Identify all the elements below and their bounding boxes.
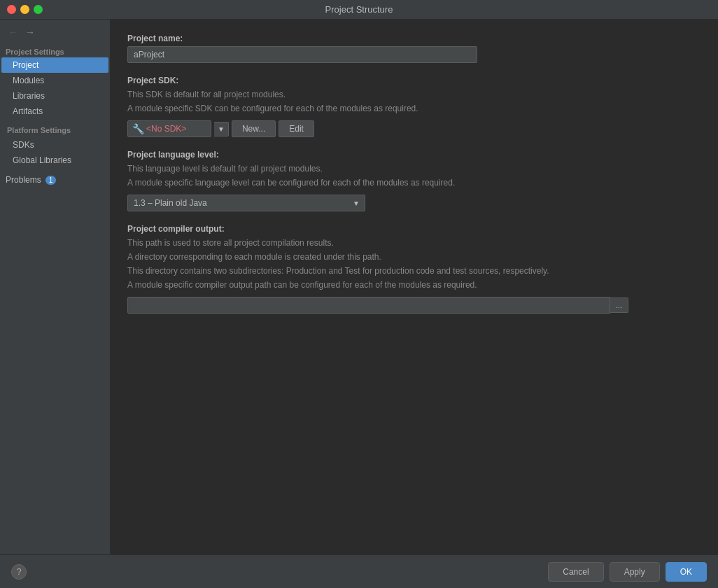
close-button[interactable]	[7, 5, 16, 14]
sdk-dropdown[interactable]: 🔧 <No SDK>	[127, 120, 211, 137]
forward-button[interactable]: →	[22, 25, 38, 39]
help-button[interactable]: ?	[11, 564, 27, 580]
sdk-dropdown-arrow[interactable]: ▼	[214, 122, 229, 136]
lang-description-2: A module specific language level can be …	[127, 176, 701, 189]
sidebar: ← → Project Settings Project Modules Lib…	[0, 20, 111, 554]
lang-select-wrapper: 1.3 – Plain old Java 1.4 – 'assert' keyw…	[127, 195, 365, 211]
footer: ? Cancel Apply OK	[0, 554, 718, 588]
back-button[interactable]: ←	[6, 25, 21, 39]
compiler-description-1: This path is used to store all project c…	[127, 237, 701, 249]
sdk-new-button[interactable]: New...	[232, 120, 276, 137]
compiler-description-4: A module specific compiler output path c…	[127, 279, 701, 291]
title-bar: Project Structure	[0, 0, 718, 20]
problems-label: Problems	[6, 175, 41, 185]
project-sdk-label: Project SDK:	[127, 76, 701, 85]
sdk-icon: 🔧	[132, 123, 143, 134]
project-lang-label: Project language level:	[127, 150, 701, 160]
platform-settings-label: Platform Settings	[1, 123, 108, 137]
apply-button[interactable]: Apply	[610, 562, 660, 582]
compiler-output-label: Project compiler output:	[127, 224, 701, 234]
sdk-edit-button[interactable]: Edit	[279, 120, 314, 137]
lang-select[interactable]: 1.3 – Plain old Java 1.4 – 'assert' keyw…	[127, 195, 365, 211]
sidebar-item-sdks[interactable]: SDKs	[1, 137, 108, 153]
footer-right: Cancel Apply OK	[548, 562, 707, 582]
compiler-description-3: This directory contains two subdirectori…	[127, 265, 701, 277]
content-area: Project name: Project SDK: This SDK is d…	[111, 20, 718, 554]
sidebar-item-modules[interactable]: Modules	[1, 73, 108, 88]
sdk-selector-row: 🔧 <No SDK> ▼ New... Edit	[127, 120, 701, 137]
footer-left: ?	[11, 564, 27, 580]
project-name-label: Project name:	[127, 34, 701, 43]
sidebar-item-libraries[interactable]: Libraries	[1, 88, 108, 104]
sidebar-item-project[interactable]: Project	[1, 57, 108, 73]
lang-description-1: This language level is default for all p…	[127, 162, 701, 175]
compiler-browse-button[interactable]: ...	[610, 298, 628, 313]
window-controls[interactable]	[7, 5, 43, 14]
nav-arrows: ← →	[0, 22, 110, 45]
project-settings-label: Project Settings	[0, 45, 110, 57]
cancel-button[interactable]: Cancel	[548, 562, 603, 582]
ok-button[interactable]: OK	[666, 562, 707, 582]
minimize-button[interactable]	[20, 5, 29, 14]
sidebar-item-artifacts[interactable]: Artifacts	[1, 104, 108, 119]
problems-badge: 1	[45, 176, 57, 185]
compiler-output-input[interactable]	[127, 297, 610, 314]
sidebar-item-global-libraries[interactable]: Global Libraries	[1, 153, 108, 168]
maximize-button[interactable]	[34, 5, 43, 14]
window-title: Project Structure	[325, 4, 393, 15]
compiler-output-row: ...	[127, 297, 701, 314]
sdk-description-2: A module specific SDK can be configured …	[127, 102, 701, 115]
compiler-description-2: A directory corresponding to each module…	[127, 251, 701, 263]
main-layout: ← → Project Settings Project Modules Lib…	[0, 20, 718, 554]
lang-selector-row: 1.3 – Plain old Java 1.4 – 'assert' keyw…	[127, 195, 701, 211]
sidebar-item-problems[interactable]: Problems 1	[0, 172, 110, 188]
project-name-input[interactable]	[127, 46, 477, 63]
sdk-selected-text: <No SDK>	[146, 124, 206, 134]
sdk-description-1: This SDK is default for all project modu…	[127, 88, 701, 101]
